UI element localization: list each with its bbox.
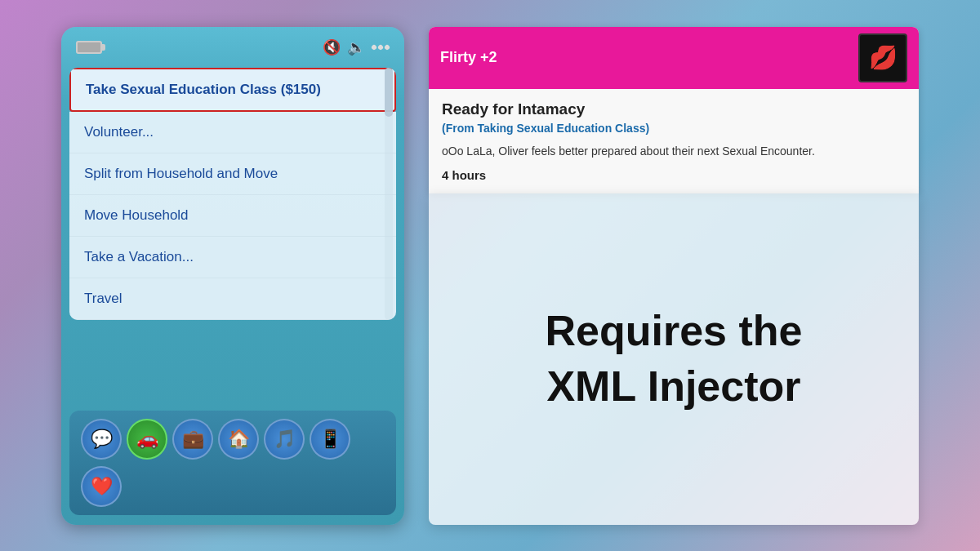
signal-dots — [372, 45, 390, 50]
trait-body: Ready for Intamacy (From Taking Sexual E… — [429, 89, 919, 193]
battery-icon — [76, 41, 102, 54]
trait-icon-emoji: 💋 — [869, 44, 898, 71]
career-icon-button[interactable]: 💼 — [172, 419, 213, 460]
menu-item-travel[interactable]: Travel — [69, 278, 396, 320]
trait-name: Ready for Intamacy — [442, 100, 906, 118]
signal-dot-1 — [371, 43, 377, 50]
menu-item-vacation-label: Take a Vacation... — [84, 249, 194, 264]
menu-item-sexual-education-label: Take Sexual Education Class ($150) — [86, 82, 321, 97]
menu-item-volunteer[interactable]: Volunteer... — [69, 112, 396, 153]
trait-description: oOo LaLa, Oliver feels better prepared a… — [442, 143, 906, 160]
speaker-icon: 🔇 — [323, 38, 341, 56]
trait-duration: 4 hours — [442, 168, 906, 182]
top-icons: 🔇 🔈 — [323, 38, 390, 56]
phone-icon-button[interactable]: 📱 — [310, 419, 350, 460]
home-icon-button[interactable]: 🏠 — [218, 419, 259, 460]
menu-item-split-household[interactable]: Split from Household and Move — [69, 153, 396, 195]
music-icon-button[interactable]: 🎵 — [264, 419, 305, 460]
trait-header: Flirty +2 💋 — [429, 27, 919, 89]
signal-dot-2 — [377, 43, 384, 50]
trait-title: Flirty +2 — [440, 49, 497, 66]
left-panel: 🔇 🔈 Take Sexual Education Class ($150) V… — [61, 27, 404, 525]
right-panel: Flirty +2 💋 Ready for Intamacy (From Tak… — [404, 27, 919, 525]
requires-container: Requires the XML Injector — [429, 193, 919, 525]
requires-line2: XML Injector — [546, 362, 800, 410]
menu-list: Take Sexual Education Class ($150) Volun… — [69, 68, 396, 321]
action-icons-row: 💬 🚗 💼 🏠 🎵 📱 — [81, 419, 385, 460]
menu-item-volunteer-label: Volunteer... — [84, 124, 154, 140]
requires-text: Requires the XML Injector — [546, 304, 803, 414]
menu-item-vacation[interactable]: Take a Vacation... — [69, 237, 396, 278]
trait-source: (From Taking Sexual Education Class) — [442, 122, 906, 135]
requires-line1: Requires the — [546, 307, 803, 354]
speaker-mute-icon: 🔈 — [347, 38, 365, 56]
menu-item-move-household[interactable]: Move Household — [69, 195, 396, 237]
scrollbar[interactable] — [385, 68, 393, 321]
scrollbar-thumb — [385, 68, 393, 117]
menu-item-sexual-education[interactable]: Take Sexual Education Class ($150) — [69, 68, 396, 112]
menu-item-travel-label: Travel — [84, 291, 122, 306]
trait-card: Flirty +2 💋 Ready for Intamacy (From Tak… — [429, 27, 919, 193]
social-icon-button[interactable]: 💬 — [81, 419, 122, 460]
trait-icon-box: 💋 — [858, 33, 907, 82]
top-bar: 🔇 🔈 — [69, 35, 396, 63]
menu-item-move-household-label: Move Household — [84, 207, 189, 223]
heart-icon-button[interactable]: ❤️ — [81, 466, 122, 507]
main-container: 🔇 🔈 Take Sexual Education Class ($150) V… — [61, 27, 919, 525]
action-icons-row2: ❤️ — [81, 466, 385, 507]
menu-item-split-household-label: Split from Household and Move — [84, 166, 278, 181]
car-icon-button[interactable]: 🚗 — [127, 419, 167, 460]
bottom-action-bar: 💬 🚗 💼 🏠 🎵 📱 ❤️ — [69, 411, 396, 515]
signal-dot-3 — [384, 43, 390, 50]
